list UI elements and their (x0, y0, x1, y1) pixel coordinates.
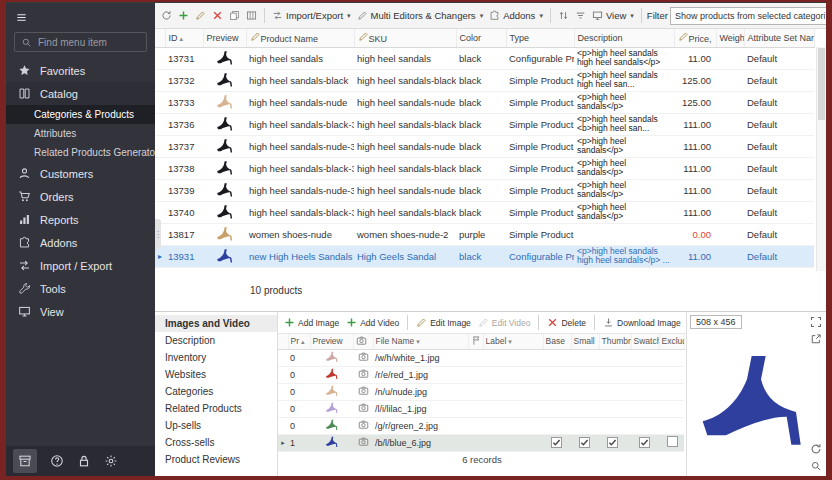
image-row-n-u-nude-jpg[interactable]: 0/n/u/nude.jpg (278, 383, 684, 400)
col-header-label[interactable]: Label▾ (483, 334, 543, 349)
grid-scrollbar[interactable] (816, 47, 826, 271)
base-checkbox[interactable] (551, 437, 562, 448)
thumbnail-checkbox[interactable] (607, 437, 618, 448)
product-row-13733[interactable]: 13733high heel sandals-nudehigh heel san… (155, 91, 814, 113)
add-image-button[interactable]: Add Image (282, 315, 341, 330)
category-filter-select[interactable]: Show products from selected categories▾ (670, 7, 826, 25)
store-icon[interactable] (13, 449, 37, 473)
tab-inventory[interactable]: Inventory (155, 349, 277, 366)
edit-product-button[interactable] (193, 8, 208, 23)
cell-color: black (456, 201, 506, 223)
sidebar-item-customers[interactable]: Customers (6, 162, 155, 185)
product-row-13739[interactable]: 13739high heel sandals-nude-37high heel … (155, 179, 814, 201)
open-external-icon[interactable] (810, 333, 822, 345)
delete-image-button[interactable]: Delete (545, 315, 588, 330)
multi-editors-dropdown[interactable]: Multi Editors & Changers▾ (355, 8, 486, 23)
image-row-b-l-blue-6-jpg[interactable]: ▸1/b/l/blue_6.jpg (278, 434, 684, 451)
columns-button[interactable] (244, 8, 259, 23)
col-header-base[interactable]: Base (543, 334, 571, 349)
swatch-checkbox[interactable] (639, 437, 650, 448)
tab-related-products[interactable]: Related Products (155, 400, 277, 417)
col-header-type[interactable]: Type (506, 29, 574, 47)
tab-cross-sells[interactable]: Cross-sells (155, 434, 277, 451)
product-row-13931[interactable]: ▸13931new High Heels SandalsHigh Geels S… (155, 245, 814, 267)
product-row-13737[interactable]: 13737high heel sandals-nude-36high heel … (155, 135, 814, 157)
sidebar-item-related-products-generator[interactable]: Related Products Generator (6, 143, 155, 162)
gear-icon[interactable] (104, 454, 118, 468)
col-header-camera[interactable] (353, 334, 373, 349)
zoom-icon[interactable] (810, 460, 822, 472)
fullscreen-icon[interactable] (810, 316, 822, 328)
add-product-button[interactable] (176, 8, 191, 23)
copy-button[interactable] (227, 8, 242, 23)
product-row-13731[interactable]: 13731high heel sandalshigh heel sandalsb… (155, 47, 814, 69)
image-row-r-e-red-1-jpg[interactable]: 0/r/e/red_1.jpg (278, 366, 684, 383)
col-header-small[interactable]: Small (571, 334, 599, 349)
menu-icon[interactable] (16, 12, 27, 23)
col-header-flag[interactable] (468, 334, 483, 349)
tab-categories[interactable]: Categories (155, 383, 277, 400)
view-dropdown[interactable]: View▾ (590, 8, 636, 23)
product-row-13817[interactable]: 13817women shoes-nudewomen shoes-nude-2p… (155, 223, 814, 245)
product-row-13738[interactable]: 13738high heel sandals-black-37high heel… (155, 157, 814, 179)
col-header-sku[interactable]: SKU (354, 29, 456, 47)
sidebar-item-import-export[interactable]: Import / Export (6, 254, 155, 277)
image-row-w-h-white-1-jpg[interactable]: 0/w/h/white_1.jpg (278, 349, 684, 366)
sidebar-item-categories-products[interactable]: Categories & Products (6, 105, 155, 124)
shoe-image (212, 115, 238, 132)
edit-image-button[interactable]: Edit Image (414, 315, 473, 330)
col-header-color[interactable]: Color (456, 29, 506, 47)
col-header-name[interactable]: Product Name (246, 29, 354, 47)
product-row-13740[interactable]: 13740high heel sandals-black-38high heel… (155, 201, 814, 223)
sidebar-item-favorites[interactable]: Favorites (6, 59, 155, 82)
tab-up-sells[interactable]: Up-sells (155, 417, 277, 434)
cell-description: <p>high heel sandals high heel sandals</… (574, 47, 674, 69)
cell-sku: high heel sandals (354, 47, 456, 69)
group-button[interactable] (573, 8, 588, 23)
col-header-pr[interactable]: Pr▴ (288, 334, 310, 349)
image-row-g-r-green-2-jpg[interactable]: 0/g/r/green_2.jpg (278, 417, 684, 434)
scrollbar-thumb[interactable] (818, 48, 825, 120)
tab-images-and-video[interactable]: Images and Video (155, 315, 277, 332)
sidebar-item-attributes[interactable]: Attributes (6, 124, 155, 143)
refresh-button[interactable] (159, 8, 174, 23)
col-header-description[interactable]: Description (574, 29, 674, 47)
lock-icon[interactable] (77, 454, 91, 468)
sidebar-splitter-handle[interactable]: ⋮ (155, 219, 161, 249)
col-header-attr_set[interactable]: Attribute Set Name (744, 29, 814, 47)
add-video-button[interactable]: Add Video (344, 315, 401, 330)
sidebar-item-tools[interactable]: Tools (6, 277, 155, 300)
sidebar-item-view[interactable]: View (6, 300, 155, 323)
image-row-l-i-lilac-1-jpg[interactable]: 0/l/i/lilac_1.jpg (278, 400, 684, 417)
col-header-id[interactable]: ID▴ (165, 29, 203, 47)
tab-description[interactable]: Description (155, 332, 277, 349)
col-header-preview[interactable]: Preview (203, 29, 246, 47)
product-row-13732[interactable]: 13732high heel sandals-blackhigh heel sa… (155, 69, 814, 91)
download-image-button[interactable]: Download Image (601, 315, 683, 330)
menu-search-input[interactable]: Find menu item (14, 32, 147, 52)
tab-websites[interactable]: Websites (155, 366, 277, 383)
edit-video-button[interactable]: Edit Video (476, 315, 533, 330)
col-header-price[interactable]: Price, (674, 29, 716, 47)
col-header-swatch[interactable]: Swatch (631, 334, 659, 349)
col-header-thumbnail[interactable]: Thumbna (599, 334, 631, 349)
addons-dropdown[interactable]: Addons▾ (487, 8, 545, 23)
sidebar-item-catalog[interactable]: Catalog (6, 82, 155, 105)
import-export-dropdown[interactable]: Import/Export▾ (270, 8, 353, 23)
col-header-exclude[interactable]: Exclude (659, 334, 684, 349)
sidebar-item-reports[interactable]: Reports (6, 208, 155, 231)
tab-product-reviews[interactable]: Product Reviews (155, 451, 277, 468)
help-icon[interactable] (50, 454, 64, 468)
col-header-preview[interactable]: Preview (310, 334, 353, 349)
exclude-checkbox[interactable] (667, 436, 678, 447)
rotate-icon[interactable] (810, 443, 822, 455)
sort-button[interactable] (556, 8, 571, 23)
customers-icon (18, 167, 31, 180)
delete-product-button[interactable] (210, 8, 225, 23)
col-header-weight[interactable]: Weight (716, 29, 744, 47)
sidebar-item-orders[interactable]: Orders (6, 185, 155, 208)
product-row-13736[interactable]: 13736high heel sandals-black-36high heel… (155, 113, 814, 135)
sidebar-item-addons[interactable]: Addons (6, 231, 155, 254)
small-checkbox[interactable] (579, 437, 590, 448)
col-header-file_name[interactable]: File Name▾ (373, 334, 468, 349)
